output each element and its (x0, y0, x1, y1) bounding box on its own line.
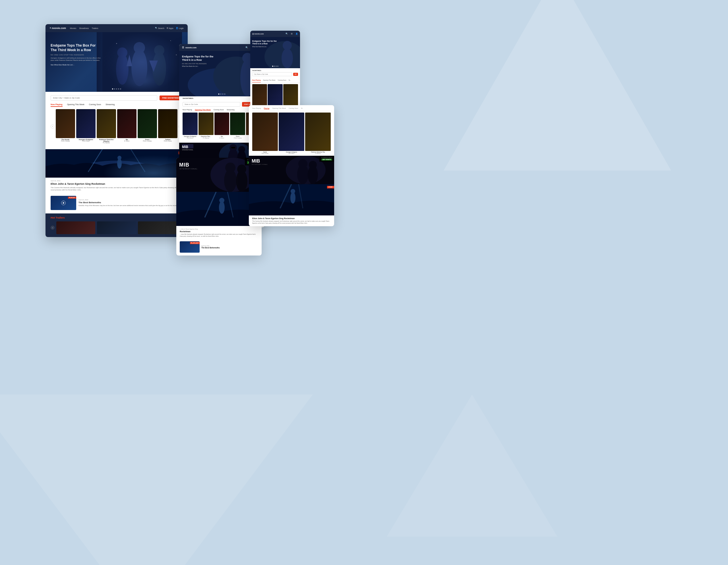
tab-coming-soon[interactable]: Coming Soon (89, 104, 101, 107)
posters-prev[interactable]: ‹ (51, 125, 55, 129)
poster-poms-img[interactable] (138, 109, 157, 138)
nav-showtimes[interactable]: Showtimes (79, 27, 89, 29)
playlist-thumbnail[interactable]: PLAYLIST (51, 196, 76, 210)
mid-tab-coming-soon[interactable]: Coming Soon (214, 109, 224, 111)
small-made-list-link[interactable]: What Else Made the List › (252, 46, 278, 47)
poster-pikachu-img[interactable] (97, 109, 116, 138)
location-input[interactable] (51, 95, 157, 101)
poster-tolkien-img[interactable] (158, 109, 177, 138)
small-dot-3[interactable] (276, 66, 277, 67)
playlist-info: April 15, 2019 The Best Behemoths Godzil… (78, 199, 183, 207)
logo[interactable]: ✦ noovie.com (49, 27, 66, 30)
mid-hero-link[interactable]: What Else Made the List › (182, 65, 219, 67)
search-button[interactable]: 🔍 Search (155, 27, 164, 29)
story-title[interactable]: Elton John & Taron Egerton Sing Rocketma… (51, 183, 183, 185)
mid-dot-2[interactable] (220, 94, 222, 95)
mid-location-input[interactable] (183, 102, 240, 107)
dot-3[interactable] (116, 88, 117, 90)
right-poster-avengers-rating: PG13, Action (279, 153, 304, 154)
small-tab-now-playing[interactable]: Now Playing (252, 79, 261, 82)
right-mib-section[interactable]: MIB INTERNATIONAL IN THEATERS JUNE 14 GE… (249, 156, 334, 184)
right-poster-hustle-img[interactable] (252, 113, 278, 151)
small-poster-avengers-img[interactable] (268, 84, 282, 106)
playlist-title[interactable]: The Best Behemoths (78, 201, 183, 204)
trailers-prev[interactable]: ‹ (51, 226, 55, 230)
mid-search-icon[interactable]: 🔍 (245, 46, 248, 49)
playlist-section: PLAYLIST April 15, 2019 The Best Behemot… (45, 196, 188, 214)
mid-poster-avengers-rating: PG13, Action (183, 137, 198, 139)
right-tab-now-playing[interactable]: Now Playing (252, 107, 261, 109)
poster-avengers: Avengers Endgame PG13, Action (76, 109, 96, 144)
posters-container: The Hustle PG13, Comedy Avengers Endgame… (56, 109, 177, 144)
mid-hero-dots (218, 94, 226, 95)
small-poster-hustle-img[interactable] (252, 84, 267, 106)
right-tab-opening[interactable]: Opening This Week (272, 107, 286, 109)
tab-now-playing[interactable]: Now Playing (51, 104, 63, 107)
small-logo[interactable]: ☰ noovie.com (252, 33, 264, 35)
hero-link[interactable]: See What Else Made the List › (51, 64, 102, 66)
small-tab-streaming[interactable]: St... (289, 79, 291, 82)
mid-tab-streaming[interactable]: Streaming (227, 109, 234, 111)
small-location-input[interactable] (252, 72, 292, 76)
right-tab-coming-soon[interactable]: Coming Soon (289, 107, 298, 109)
right-story-title[interactable]: Elton John & Taron Egerton Sing Rocketma… (252, 218, 331, 220)
small-search-icon[interactable]: 🔍 (286, 33, 288, 35)
story-image: STORY (45, 149, 188, 178)
mid-right-playlist-title[interactable]: The Best Behemoths (201, 247, 258, 249)
dot-2[interactable] (114, 88, 115, 90)
poster-avengers-img[interactable] (76, 109, 96, 138)
small-tab-coming-soon[interactable]: Coming Soon (278, 79, 286, 82)
mid-right-story-title[interactable]: Rocketman (180, 231, 258, 233)
nav-trailers[interactable]: Trailers (92, 27, 98, 29)
small-user-icon[interactable]: 👤 (295, 33, 298, 35)
playlist-badge: PLAYLIST (68, 197, 76, 199)
mid-right-mib-title: MIB (179, 162, 198, 168)
poster-hustle-img[interactable] (56, 109, 75, 138)
small-tab-opening[interactable]: Opening This Week (263, 79, 276, 82)
tab-streaming[interactable]: Streaming (106, 104, 115, 107)
poster-ma: Ma R, Horror (117, 109, 137, 144)
apps-button[interactable]: ⊞ Apps (167, 27, 173, 29)
right-poster-avengers-img[interactable] (279, 113, 304, 151)
tab-opening-this-week[interactable]: Opening This Week (67, 104, 84, 107)
mid-poster-avengers-img[interactable] (183, 113, 198, 135)
dot-4[interactable] (118, 88, 119, 90)
mid-dot-1[interactable] (218, 94, 220, 95)
user-icon: 👤 (176, 27, 178, 29)
nav-movies[interactable]: Movies (70, 27, 76, 29)
poster-pikachu: Pokémon Detective Pikachu PG, Mystery (97, 109, 116, 144)
mid-poster-ma-img[interactable] (214, 113, 229, 135)
hero-overlay (97, 32, 188, 92)
right-poster-pikachu-img[interactable] (305, 113, 331, 151)
mid-dot-4[interactable] (224, 94, 226, 95)
poster-ma-img[interactable] (117, 109, 137, 138)
trailers-row: ‹ › (51, 222, 183, 234)
small-poster-pikachu-img[interactable] (283, 84, 298, 106)
mid-poster-poms-img[interactable] (230, 113, 245, 135)
mid-poster-pikachu-img[interactable] (198, 113, 214, 135)
svg-point-29 (238, 146, 245, 153)
small-find-button[interactable]: GO (293, 73, 298, 76)
small-dot-1[interactable] (272, 66, 273, 67)
small-dot-2[interactable] (274, 66, 275, 67)
mid-tab-now-playing[interactable]: Now Playing (183, 109, 192, 111)
login-button[interactable]: 👤 Login (176, 27, 184, 29)
small-hero-content: Endgame Tops the for the Third k in a Ro… (252, 40, 278, 47)
trailer-3[interactable] (138, 222, 177, 234)
mid-right-playlist-thumb[interactable]: PLAYLIST (180, 241, 200, 253)
mid-tab-opening[interactable]: Opening This Week (195, 109, 211, 111)
poster-pikachu-title: Pokémon Detective Pikachu (97, 139, 116, 142)
dot-1[interactable] (112, 88, 113, 90)
dot-5[interactable] (120, 88, 121, 90)
right-mib-cta[interactable]: IN THEATERS JUNE 14 GET TICKETS (319, 156, 334, 162)
small-dot-4[interactable] (277, 66, 278, 67)
trailer-2[interactable] (97, 222, 136, 234)
small-grid-icon[interactable]: ⊞ (291, 33, 293, 35)
right-tab-playing[interactable]: Playing (264, 107, 270, 109)
trailer-1[interactable] (56, 222, 95, 234)
story-text: April 19, 2019 Elton John & Taron Egerto… (45, 178, 188, 194)
grid-icon: ⊞ (167, 27, 168, 29)
mid-poster-pikachu: Detective Pika... PG, Mystery (198, 113, 214, 139)
mid-dot-3[interactable] (222, 94, 224, 95)
right-tab-st[interactable]: St (301, 107, 303, 109)
